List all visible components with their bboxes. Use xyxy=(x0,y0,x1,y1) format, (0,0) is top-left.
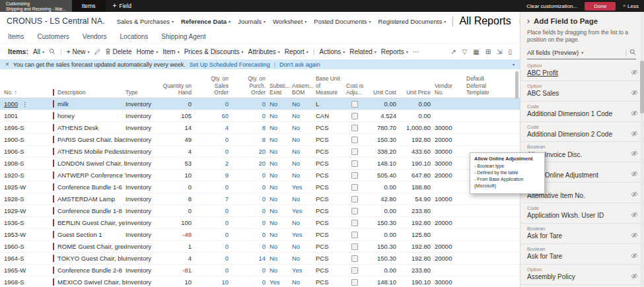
delete-button[interactable]: Delete xyxy=(105,48,132,55)
cell-vendor-no[interactable]: 20000 xyxy=(435,243,466,250)
field-list-item[interactable]: Code Application Wksh. User ID xyxy=(520,203,644,224)
cell-unit-cost[interactable]: 0.00 xyxy=(367,267,400,274)
cell-unit-price[interactable]: 188.80 xyxy=(400,183,435,191)
cell-qty-purch-order[interactable]: 0 xyxy=(233,112,269,119)
cell-assembly-bom[interactable]: No xyxy=(292,136,316,143)
cell-qty-sales-order[interactable]: 0 xyxy=(196,136,233,143)
cell-qty-purch-order[interactable]: 0 xyxy=(233,243,269,250)
cell-base-unit-of-measure[interactable]: PCS xyxy=(316,183,346,191)
cell-base-unit-of-measure[interactable]: L xyxy=(316,100,346,108)
cell-qty-sales-order[interactable]: 2 xyxy=(196,160,233,167)
cell-base-unit-of-measure[interactable]: PCS xyxy=(316,255,346,262)
cell-assembly-bom[interactable]: Yes xyxy=(292,267,316,274)
field-list-item[interactable]: Option ABC Sales xyxy=(520,81,644,102)
cell-qty-sales-order[interactable]: 0 xyxy=(196,231,233,238)
cell-assembly-bom[interactable]: No xyxy=(292,219,316,226)
cell-cost-is-adjusted[interactable] xyxy=(346,220,367,226)
cell-qty-on-hand[interactable]: 8 xyxy=(160,195,196,203)
subnav-item[interactable]: Locations xyxy=(120,33,149,40)
eye-hidden-icon[interactable] xyxy=(631,128,638,140)
cell-substitutes-exist[interactable]: No xyxy=(269,148,292,155)
cell-description[interactable]: AMSTERDAM Lamp xyxy=(53,195,125,203)
cell-qty-purch-order[interactable]: 8 xyxy=(233,136,269,143)
cell-cost-is-adjusted[interactable] xyxy=(346,255,367,262)
cell-substitutes-exist[interactable]: No xyxy=(269,172,292,179)
table-row[interactable]: 1908-S ⋮ LONDON Swivel Chair, blue Inven… xyxy=(0,158,520,170)
cell-no[interactable]: 1896-S ⋮ xyxy=(4,124,53,131)
cell-base-unit-of-measure[interactable]: PCS xyxy=(316,172,346,179)
cell-description[interactable]: MEXICO Swivel Chair, black xyxy=(53,278,125,286)
subnav-item[interactable]: Customers xyxy=(37,33,69,40)
nav-item[interactable]: Sales & Purchases ▾ xyxy=(117,18,174,25)
field-list-item[interactable]: Option Assembly Policy xyxy=(520,265,644,285)
cell-unit-price[interactable]: 433.60 xyxy=(400,148,435,155)
table-row[interactable]: 1001 ⋮ honey Inventory 105 60 0 No No CA… xyxy=(0,110,520,122)
cell-qty-purch-order[interactable]: 8 xyxy=(233,124,269,131)
cell-unit-price[interactable]: 192.80 xyxy=(400,219,435,226)
add-field-tab-button[interactable]: + Field xyxy=(106,0,139,12)
nav-item[interactable]: Registered Documents ▾ xyxy=(378,18,447,25)
cell-qty-on-hand[interactable]: 105 xyxy=(160,112,196,119)
cell-unit-price[interactable]: 54.90 xyxy=(400,195,435,203)
cell-qty-sales-order[interactable]: 0 xyxy=(196,267,233,274)
column-header[interactable]: Vendor No. xyxy=(435,82,466,96)
table-row[interactable]: 1000 ⋮ milk Inventory 0 0 0 No No L xyxy=(0,98,520,110)
analyze-icon[interactable]: ▦ xyxy=(473,48,479,55)
cell-unit-price[interactable]: 0.00 xyxy=(400,100,435,108)
cell-assembly-bom[interactable]: No xyxy=(292,243,316,250)
eye-hidden-icon[interactable] xyxy=(631,271,638,282)
cell-assembly-bom[interactable]: No xyxy=(292,278,316,286)
toolbar-menu[interactable]: Prices & Discounts ▾ xyxy=(184,48,244,55)
cell-vendor-no[interactable]: 20000 xyxy=(435,136,466,143)
eye-hidden-icon[interactable] xyxy=(631,148,638,160)
cell-assembly-bom[interactable]: No xyxy=(292,195,316,203)
grid-view-icon[interactable]: ⊞ xyxy=(485,48,491,55)
less-button[interactable]: ^ Less xyxy=(623,3,639,9)
cell-type[interactable]: Inventory xyxy=(125,112,160,119)
table-row[interactable]: 1968-S ⋮ MEXICO Swivel Chair, black Inve… xyxy=(0,276,520,287)
new-button[interactable]: + New ▾ xyxy=(67,48,90,55)
field-list-item[interactable]: Text Attrib 1 Code xyxy=(520,285,644,287)
cell-cost-is-adjusted[interactable] xyxy=(346,172,367,179)
cell-vendor-no[interactable]: 30000 xyxy=(435,148,466,155)
cell-qty-sales-order[interactable]: 0 xyxy=(196,100,233,108)
checkbox[interactable] xyxy=(351,208,358,214)
column-header[interactable]: Qty. on Purch. Order xyxy=(233,75,269,96)
filter-icon[interactable]: ▽ xyxy=(462,48,468,55)
checkbox[interactable] xyxy=(351,267,358,274)
cell-vendor-no[interactable]: 30000 xyxy=(435,160,466,167)
cell-type[interactable]: Inventory xyxy=(125,267,160,274)
column-header[interactable]: Description xyxy=(53,89,125,96)
cell-qty-on-hand[interactable]: 100 xyxy=(160,219,196,226)
cell-substitutes-exist[interactable]: No xyxy=(269,183,292,191)
cell-cost-is-adjusted[interactable] xyxy=(346,196,367,203)
cell-unit-cost[interactable]: 150.30 xyxy=(367,243,400,250)
cell-description[interactable]: ATHENS Desk xyxy=(53,124,125,131)
cell-no[interactable]: 1928-S ⋮ xyxy=(4,195,53,203)
cell-description[interactable]: ROME Guest Chair, green xyxy=(53,243,125,250)
cell-cost-is-adjusted[interactable] xyxy=(346,137,367,143)
checkbox[interactable] xyxy=(351,279,358,286)
item-no[interactable]: 1000 xyxy=(4,100,18,108)
customizing-tab[interactable]: Customizing Shipping and Receiving - War… xyxy=(0,0,72,12)
cell-unit-cost[interactable]: 0.00 xyxy=(367,183,400,191)
cell-qty-purch-order[interactable]: 0 xyxy=(233,172,269,179)
checkbox[interactable] xyxy=(351,172,358,179)
item-no[interactable]: 1929-W xyxy=(4,207,26,214)
cell-unit-cost[interactable]: 0.00 xyxy=(367,207,400,214)
cell-qty-on-hand[interactable]: 0 xyxy=(160,100,196,108)
panel-scrollbar-thumb[interactable] xyxy=(640,61,644,113)
done-button[interactable]: Done xyxy=(585,2,616,11)
cell-assembly-bom[interactable]: No xyxy=(292,124,316,131)
eye-hidden-icon[interactable] xyxy=(631,230,638,241)
cell-type[interactable]: Inventory xyxy=(125,183,160,191)
cell-qty-on-hand[interactable]: 0 xyxy=(160,207,196,214)
cell-unit-cost[interactable]: 505.40 xyxy=(367,172,400,179)
subnav-item[interactable]: Vendors xyxy=(83,33,107,40)
cell-cost-is-adjusted[interactable] xyxy=(346,101,367,108)
column-header[interactable]: Quantity on Hand xyxy=(160,82,196,96)
column-header[interactable]: Unit Price xyxy=(400,89,435,96)
cell-qty-purch-order[interactable]: 0 xyxy=(233,183,269,191)
cell-unit-cost[interactable]: 150.30 xyxy=(367,255,400,262)
cell-qty-sales-order[interactable]: 0 xyxy=(196,255,233,262)
